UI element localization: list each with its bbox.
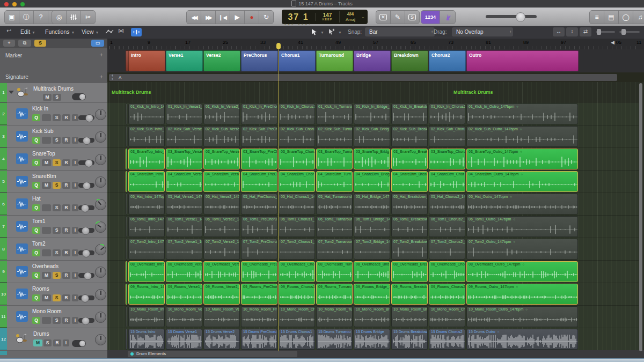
region[interactable]: 08_Overheads_PreC <box>241 261 277 282</box>
region[interactable]: 05_Hat_Verse1_147 <box>166 194 202 215</box>
region[interactable]: 08_Overheads_Chor <box>429 261 465 282</box>
track-volume-knob[interactable] <box>85 114 93 122</box>
snap-dropdown[interactable]: Bar <box>365 27 435 36</box>
region[interactable]: 09_Rooms_Chorus2 <box>429 284 465 305</box>
automation-icon[interactable] <box>105 29 114 35</box>
track-mute-button[interactable]: M <box>42 159 51 166</box>
section-marker[interactable]: Outro <box>466 50 579 71</box>
region[interactable]: 10_Mono_Room_Bre <box>391 306 428 327</box>
track-pan-knob[interactable] <box>95 221 106 233</box>
library-button[interactable]: ▣ <box>5 11 19 24</box>
track-quantize-button[interactable]: Q <box>32 317 40 324</box>
track-pan-knob[interactable] <box>95 244 106 255</box>
region[interactable]: 15 Drums PreChoru <box>241 329 277 350</box>
region[interactable]: 06_Tom1_PreChorus <box>241 216 277 237</box>
track-mute-button[interactable]: M <box>42 182 51 189</box>
region[interactable]: 04_SnareBtm_Verse <box>166 171 202 192</box>
region[interactable]: 04_SnareBtm_Break <box>391 171 428 192</box>
vertical-zoom-thumb[interactable] <box>597 29 601 35</box>
region[interactable]: 15 Drums Intro <box>128 329 165 350</box>
section-marker[interactable]: Chorus1 <box>279 50 316 71</box>
region[interactable]: 01_Kick_In_Verse1_1 <box>166 104 202 124</box>
region[interactable]: 01_Kick_In_Outro_147bpm○ <box>466 104 578 124</box>
section-marker[interactable]: Verse1 <box>166 50 203 71</box>
track-record-enable-button[interactable]: R <box>53 339 61 346</box>
region[interactable]: 06_Tom1_Intro_147b <box>128 216 165 237</box>
track-solo-button[interactable]: S <box>53 182 61 189</box>
region[interactable]: 10_Mono_Room_Ver <box>166 306 202 327</box>
region[interactable]: 03_SnareTop_Choru <box>279 149 315 169</box>
track-name[interactable]: Mono Room <box>32 308 61 314</box>
track-record-enable-button[interactable]: R <box>62 249 70 256</box>
region[interactable]: 07_Tom2_Chorus2_1 <box>429 239 465 260</box>
region[interactable]: 01_Kick_In_PreChor <box>241 104 277 124</box>
track-pan-knob[interactable] <box>95 334 106 345</box>
track-input-monitor-button[interactable]: I <box>72 227 78 234</box>
flex-icon[interactable]: ⋈ <box>118 27 124 34</box>
region[interactable]: 02_Kick_Sub_Turnar <box>316 126 353 147</box>
drag-dropdown[interactable]: No Overlap <box>452 27 513 36</box>
lcd-display[interactable]: 37 1 BAR BEAT 147 KEEP 4/4 Amaj ⌄ <box>282 10 368 24</box>
track-input-monitor-button[interactable]: I <box>72 272 78 279</box>
region[interactable]: 03_SnareTop_Choru <box>429 149 465 169</box>
cycle-button[interactable]: ↻ <box>259 11 273 24</box>
horizontal-zoom-button[interactable]: ⇄ <box>580 27 591 36</box>
track-solo-button[interactable]: S <box>53 317 61 324</box>
track-quantize-button[interactable]: Q <box>32 249 40 256</box>
track-mute-button[interactable] <box>42 317 51 324</box>
region[interactable]: 15 Drums Turnarou <box>316 329 353 350</box>
region[interactable]: 06_Tom1_Verse1_14 <box>166 216 202 237</box>
region[interactable]: 15 Drums Bridge <box>354 329 390 350</box>
region[interactable]: 07_Tom2_Verse1_14 <box>166 239 202 260</box>
track-solo-button[interactable]: S <box>53 227 61 234</box>
region[interactable]: 07_Tom2_Intro_147b <box>128 239 165 260</box>
bar-ruler[interactable]: 191725334149576573818997◀0511 <box>107 39 644 50</box>
track-solo-button[interactable]: S <box>53 94 61 101</box>
region[interactable]: 09_Rooms_Chorus1 <box>279 284 315 305</box>
solo-tracks-button[interactable]: S <box>34 40 46 47</box>
region[interactable]: 09_Rooms_Verse2_1 <box>203 284 240 305</box>
region[interactable] <box>126 239 127 260</box>
region[interactable]: 03_SnareTop_Break <box>391 149 428 169</box>
region[interactable]: 05_Hat_Chorus1_14 <box>279 194 315 215</box>
track-input-monitor-button[interactable]: I <box>72 159 78 166</box>
track-name[interactable]: Hat <box>32 196 41 202</box>
region[interactable]: 01_Kick_In_Verse2_1 <box>203 104 240 124</box>
pointer-tool-chevron[interactable]: ▼ <box>319 28 324 35</box>
ruler-scroll-arrow[interactable]: ◀ <box>611 40 614 45</box>
back-icon[interactable]: ↩ <box>6 27 11 34</box>
section-marker[interactable]: PreChorus <box>241 50 278 71</box>
region[interactable] <box>126 171 127 192</box>
region[interactable] <box>126 149 127 169</box>
metronome-button[interactable] <box>440 11 455 24</box>
region[interactable]: 03_SnareTop_Outro_147bpm○ <box>466 149 578 169</box>
secondary-tool-icon[interactable] <box>328 28 334 36</box>
region[interactable]: 04_SnareBtm_Intro <box>128 171 165 192</box>
region[interactable]: 02_Kick_Sub_Bridg <box>354 126 390 147</box>
region[interactable]: 03_SnareTop_Verse <box>166 149 202 169</box>
track-pan-knob[interactable] <box>95 289 106 300</box>
go-to-beginning-button[interactable]: ❙◀ <box>216 11 230 24</box>
region[interactable] <box>126 104 127 124</box>
region[interactable]: 10_Mono_Room_Ch <box>279 306 315 327</box>
region[interactable]: 08_Overheads_Intro <box>128 261 165 282</box>
track-input-monitor-button[interactable]: I <box>72 294 78 301</box>
note-pads-button[interactable]: ▤ <box>604 11 619 24</box>
region[interactable]: 09_Rooms_Intro_14 <box>128 284 165 305</box>
track-quantize-button[interactable]: Q <box>32 204 40 211</box>
region[interactable]: 15 Drums Outro○ <box>466 329 578 350</box>
track-mute-button[interactable] <box>42 204 51 211</box>
region[interactable]: 04_SnareBtm_Turn <box>316 171 353 192</box>
inspector-button[interactable]: ⓘ <box>19 11 34 24</box>
region[interactable]: 03_SnareTop_PreCh <box>241 149 277 169</box>
track-name[interactable]: Tom1 <box>32 218 45 224</box>
track-on-off-toggle[interactable] <box>72 93 86 100</box>
lcd-chevron-icon[interactable]: ⌄ <box>361 14 368 19</box>
global-tracks-button[interactable]: ▭ <box>91 40 104 47</box>
erase-midi-button[interactable]: ✕ <box>376 11 391 24</box>
region[interactable]: 02_Kick_Sub_Intro_1 <box>128 126 165 147</box>
duplicate-track-button[interactable]: ⧉ <box>18 40 31 47</box>
track-on-off-toggle[interactable] <box>72 340 86 347</box>
signature-bar[interactable]: 44 A <box>109 74 617 81</box>
track-input-monitor-button[interactable]: I <box>63 339 69 346</box>
